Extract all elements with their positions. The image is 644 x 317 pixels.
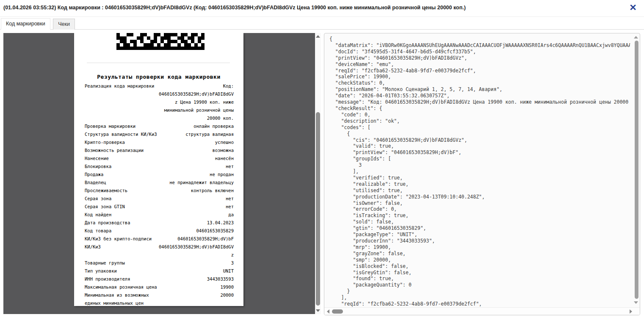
receipt-card: Результаты проверки кода маркировки Реал… — [74, 33, 243, 306]
scroll-down-arrow-icon[interactable] — [316, 309, 320, 312]
receipt-row: Серая зона нет — [85, 195, 234, 203]
receipt-row-label: Структура валидности КИ/КиЗ — [85, 130, 157, 138]
receipt-row-value: успешно — [128, 138, 234, 146]
receipt-row-label: ИНН производителя — [85, 275, 130, 283]
receipt-row: Крипто-проверка успешно — [85, 138, 234, 146]
receipt-row-label: Тип упаковки — [85, 267, 117, 275]
receipt-row-value: 04601653035829H;dV)bF — [155, 235, 234, 243]
receipt-row-value: нет — [115, 163, 234, 171]
receipt-title: Результаты проверки кода маркировки — [74, 74, 243, 80]
receipt-row: Блокировка нет — [85, 163, 234, 171]
dialog-header: (01.04.2026 03:55:32) Код маркировки : 0… — [0, 0, 644, 17]
receipt-row-value: не продан — [107, 171, 234, 179]
receipt-row-value: 04601653035829H;dV)bFADI8dGV z — [104, 243, 234, 259]
receipt-row-label: Нанесение — [85, 154, 109, 163]
receipt-row: Реализация кода маркировки Код: 04601653… — [85, 82, 234, 122]
close-icon[interactable]: ✕ — [628, 3, 638, 13]
receipt-row-label: Серая зона — [85, 195, 111, 203]
receipt-row: Серая зона GTIN нет — [85, 203, 234, 211]
receipt-row-value: 19900 — [160, 283, 234, 291]
receipt-row-label: Возможность реализации — [85, 146, 144, 154]
receipt-scrollbar[interactable] — [315, 33, 321, 314]
json-scroll-left-arrow-icon[interactable] — [327, 309, 329, 314]
receipt-row: Прослеживаемость контроль включен — [85, 187, 234, 195]
receipt-row-value: нет — [128, 203, 234, 211]
receipt-row-label: КИ/КиЗ — [85, 243, 101, 251]
tab-receipts[interactable]: Чеки — [53, 19, 75, 30]
receipt-row: Дата производства 13.04.2023 — [85, 219, 234, 227]
receipt-row: Возможность реализации возможна — [85, 146, 234, 154]
receipt-row-value: возможна — [147, 146, 234, 154]
receipt-row-value: 13.04.2023 — [133, 219, 234, 227]
json-scroll-down-arrow-icon[interactable] — [634, 301, 638, 304]
dialog-title: (01.04.2026 03:55:32) Код маркировки : 0… — [3, 5, 466, 11]
json-content: { "dataMatrix": "iVBORw0KGgoAAAANSUhEUgA… — [329, 36, 630, 307]
json-scroll-up-arrow-icon[interactable] — [634, 36, 638, 39]
receipt-row-label: Код товара — [85, 227, 111, 235]
receipt-row-value: онлайн проверка — [139, 122, 234, 130]
receipt-row-label: КИ/КиЗ без крипто-подписи — [85, 235, 152, 243]
receipt-row: ИНН производителя 3443033593 — [85, 275, 234, 283]
receipt-row-value: 20000 — [152, 291, 234, 299]
receipt-scrollbar-thumb[interactable] — [316, 112, 320, 306]
receipt-row: Владелец не принадлежит владельцу — [85, 179, 234, 187]
receipt-row: Нанесение нанесён — [85, 154, 234, 163]
receipt-row: Структура валидности КИ/КиЗ структура ва… — [85, 130, 234, 138]
receipt-row: Тип упаковки UNIT — [85, 267, 234, 275]
receipt-row: Проверка маркировки онлайн проверка — [85, 122, 234, 130]
tab-bar: Код маркировки Чеки — [0, 17, 644, 30]
receipt-row-label: Владелец — [85, 179, 106, 187]
json-hscrollbar-thumb[interactable] — [332, 309, 343, 314]
receipt-row-value: структура валидная — [160, 130, 234, 138]
receipt-row: КИ/КиЗ без крипто-подписи 04601653035829… — [85, 235, 234, 243]
json-vscrollbar-thumb[interactable] — [635, 41, 638, 299]
receipt-row-value: 3 — [128, 259, 234, 267]
scroll-up-arrow-icon[interactable] — [316, 35, 320, 38]
receipt-rows: Реализация кода маркировки Код: 04601653… — [85, 82, 234, 307]
receipt-row-label: Проверка маркировки — [85, 122, 135, 130]
receipt-row: Максимальная розничная цена 19900 — [85, 283, 234, 291]
receipt-row-label: Блокировка — [85, 163, 111, 171]
receipt-row: Код найден да — [85, 211, 234, 219]
receipt-row-label: Серая зона GTIN — [85, 203, 125, 211]
receipt-row: КИ/КиЗ 04601653035829H;dV)bFADI8dGV z — [85, 243, 234, 259]
receipt-row-label: Дата производства — [85, 219, 130, 227]
json-result-panel: { "dataMatrix": "iVBORw0KGgoAAAANSUhEUgA… — [324, 33, 640, 315]
receipt-row-label: Крипто-проверка — [85, 138, 125, 146]
receipt-row-label: Максимальная розничная цена — [85, 283, 157, 291]
receipt-divider — [87, 63, 230, 63]
receipt-row-value: Код: 04601653035829H;dV)bFADI8dGV z Цена… — [158, 82, 234, 122]
receipt-row: Код товара 04601653035829 — [85, 227, 234, 235]
json-scroll-right-arrow-icon[interactable] — [630, 309, 632, 314]
receipt-row-value: да — [115, 211, 234, 219]
json-hscrollbar[interactable] — [324, 307, 640, 315]
receipt-row-label: Минимальная из возможных единых минималь… — [85, 291, 149, 307]
tab-marking-code[interactable]: Код маркировки — [1, 18, 50, 30]
receipt-row: Товарные группы 3 — [85, 259, 234, 267]
receipt-row-value: нанесён — [112, 154, 234, 163]
datamatrix-barcode — [116, 33, 205, 50]
receipt-row-value: UNIT — [120, 267, 234, 275]
receipt-row-label: Продажа — [85, 171, 103, 179]
receipt-row-value: 3443033593 — [133, 275, 234, 283]
receipt-row-label: Реализация кода маркировки — [85, 82, 154, 90]
receipt-row-value: не принадлежит владельцу — [110, 179, 234, 187]
receipt-row-value: нет — [115, 195, 234, 203]
receipt-row-value: 04601653035829 — [115, 227, 234, 235]
receipt-row: Минимальная из возможных единых минималь… — [85, 291, 234, 307]
receipt-row: Продажа не продан — [85, 171, 234, 179]
receipt-viewer-panel: Результаты проверки кода маркировки Реал… — [3, 33, 315, 314]
receipt-row-label: Товарные группы — [85, 259, 125, 267]
receipt-row-value: контроль включен — [131, 187, 234, 195]
receipt-row-label: Код найден — [85, 211, 111, 219]
receipt-row-label: Прослеживаемость — [85, 187, 127, 195]
